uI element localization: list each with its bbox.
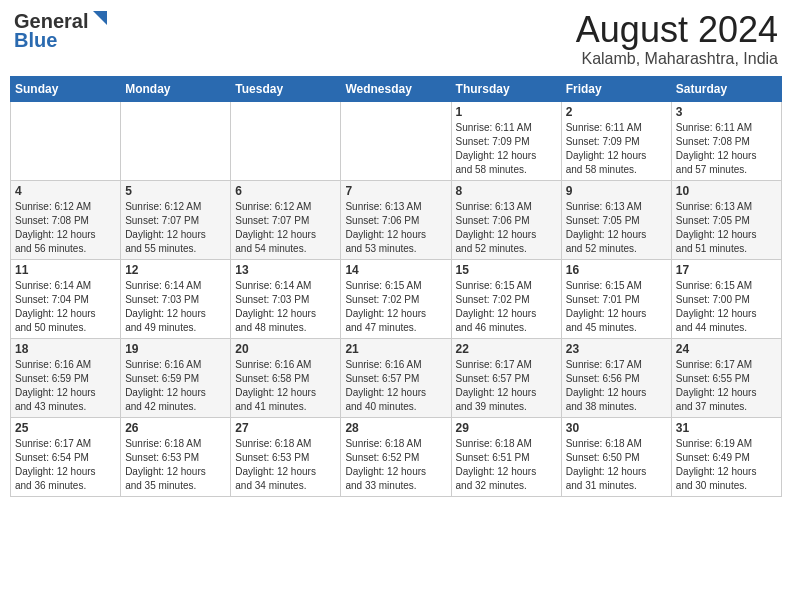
- day-info: Sunrise: 6:15 AM Sunset: 7:02 PM Dayligh…: [456, 279, 557, 335]
- calendar-day-cell: 30Sunrise: 6:18 AM Sunset: 6:50 PM Dayli…: [561, 417, 671, 496]
- calendar-day-cell: 25Sunrise: 6:17 AM Sunset: 6:54 PM Dayli…: [11, 417, 121, 496]
- day-number: 21: [345, 342, 446, 356]
- day-info: Sunrise: 6:16 AM Sunset: 6:59 PM Dayligh…: [15, 358, 116, 414]
- day-info: Sunrise: 6:16 AM Sunset: 6:57 PM Dayligh…: [345, 358, 446, 414]
- calendar-day-cell: 9Sunrise: 6:13 AM Sunset: 7:05 PM Daylig…: [561, 180, 671, 259]
- day-info: Sunrise: 6:13 AM Sunset: 7:05 PM Dayligh…: [566, 200, 667, 256]
- day-number: 9: [566, 184, 667, 198]
- day-info: Sunrise: 6:13 AM Sunset: 7:05 PM Dayligh…: [676, 200, 777, 256]
- day-info: Sunrise: 6:17 AM Sunset: 6:54 PM Dayligh…: [15, 437, 116, 493]
- calendar-day-cell: 6Sunrise: 6:12 AM Sunset: 7:07 PM Daylig…: [231, 180, 341, 259]
- calendar-day-cell: 5Sunrise: 6:12 AM Sunset: 7:07 PM Daylig…: [121, 180, 231, 259]
- day-number: 1: [456, 105, 557, 119]
- day-info: Sunrise: 6:17 AM Sunset: 6:55 PM Dayligh…: [676, 358, 777, 414]
- calendar-day-cell: 13Sunrise: 6:14 AM Sunset: 7:03 PM Dayli…: [231, 259, 341, 338]
- day-number: 27: [235, 421, 336, 435]
- day-number: 28: [345, 421, 446, 435]
- day-info: Sunrise: 6:15 AM Sunset: 7:01 PM Dayligh…: [566, 279, 667, 335]
- empty-day-cell: [121, 101, 231, 180]
- calendar-day-cell: 10Sunrise: 6:13 AM Sunset: 7:05 PM Dayli…: [671, 180, 781, 259]
- calendar-day-cell: 7Sunrise: 6:13 AM Sunset: 7:06 PM Daylig…: [341, 180, 451, 259]
- empty-day-cell: [11, 101, 121, 180]
- calendar-day-cell: 27Sunrise: 6:18 AM Sunset: 6:53 PM Dayli…: [231, 417, 341, 496]
- calendar-header-row: SundayMondayTuesdayWednesdayThursdayFrid…: [11, 76, 782, 101]
- calendar-day-cell: 28Sunrise: 6:18 AM Sunset: 6:52 PM Dayli…: [341, 417, 451, 496]
- logo-blue: Blue: [14, 29, 57, 52]
- calendar-week-row: 4Sunrise: 6:12 AM Sunset: 7:08 PM Daylig…: [11, 180, 782, 259]
- calendar-day-cell: 8Sunrise: 6:13 AM Sunset: 7:06 PM Daylig…: [451, 180, 561, 259]
- calendar-day-cell: 18Sunrise: 6:16 AM Sunset: 6:59 PM Dayli…: [11, 338, 121, 417]
- calendar-day-cell: 22Sunrise: 6:17 AM Sunset: 6:57 PM Dayli…: [451, 338, 561, 417]
- month-year-title: August 2024: [576, 10, 778, 50]
- day-info: Sunrise: 6:15 AM Sunset: 7:00 PM Dayligh…: [676, 279, 777, 335]
- day-header-sunday: Sunday: [11, 76, 121, 101]
- calendar-day-cell: 19Sunrise: 6:16 AM Sunset: 6:59 PM Dayli…: [121, 338, 231, 417]
- calendar-day-cell: 17Sunrise: 6:15 AM Sunset: 7:00 PM Dayli…: [671, 259, 781, 338]
- logo: General Blue: [14, 10, 107, 52]
- day-number: 24: [676, 342, 777, 356]
- day-info: Sunrise: 6:13 AM Sunset: 7:06 PM Dayligh…: [345, 200, 446, 256]
- day-info: Sunrise: 6:13 AM Sunset: 7:06 PM Dayligh…: [456, 200, 557, 256]
- day-header-wednesday: Wednesday: [341, 76, 451, 101]
- day-number: 11: [15, 263, 116, 277]
- day-info: Sunrise: 6:18 AM Sunset: 6:53 PM Dayligh…: [125, 437, 226, 493]
- day-info: Sunrise: 6:16 AM Sunset: 6:58 PM Dayligh…: [235, 358, 336, 414]
- day-info: Sunrise: 6:15 AM Sunset: 7:02 PM Dayligh…: [345, 279, 446, 335]
- calendar-day-cell: 15Sunrise: 6:15 AM Sunset: 7:02 PM Dayli…: [451, 259, 561, 338]
- day-number: 3: [676, 105, 777, 119]
- day-number: 14: [345, 263, 446, 277]
- location-subtitle: Kalamb, Maharashtra, India: [576, 50, 778, 68]
- day-info: Sunrise: 6:11 AM Sunset: 7:08 PM Dayligh…: [676, 121, 777, 177]
- logo-arrow-icon: [89, 11, 107, 29]
- day-info: Sunrise: 6:12 AM Sunset: 7:07 PM Dayligh…: [125, 200, 226, 256]
- day-number: 25: [15, 421, 116, 435]
- day-info: Sunrise: 6:12 AM Sunset: 7:08 PM Dayligh…: [15, 200, 116, 256]
- calendar-week-row: 1Sunrise: 6:11 AM Sunset: 7:09 PM Daylig…: [11, 101, 782, 180]
- day-number: 16: [566, 263, 667, 277]
- day-header-friday: Friday: [561, 76, 671, 101]
- day-info: Sunrise: 6:18 AM Sunset: 6:51 PM Dayligh…: [456, 437, 557, 493]
- day-number: 31: [676, 421, 777, 435]
- day-header-tuesday: Tuesday: [231, 76, 341, 101]
- empty-day-cell: [231, 101, 341, 180]
- calendar-day-cell: 23Sunrise: 6:17 AM Sunset: 6:56 PM Dayli…: [561, 338, 671, 417]
- calendar-day-cell: 24Sunrise: 6:17 AM Sunset: 6:55 PM Dayli…: [671, 338, 781, 417]
- day-info: Sunrise: 6:18 AM Sunset: 6:50 PM Dayligh…: [566, 437, 667, 493]
- calendar-day-cell: 26Sunrise: 6:18 AM Sunset: 6:53 PM Dayli…: [121, 417, 231, 496]
- day-header-monday: Monday: [121, 76, 231, 101]
- calendar-day-cell: 21Sunrise: 6:16 AM Sunset: 6:57 PM Dayli…: [341, 338, 451, 417]
- svg-marker-0: [93, 11, 107, 25]
- calendar-day-cell: 1Sunrise: 6:11 AM Sunset: 7:09 PM Daylig…: [451, 101, 561, 180]
- day-info: Sunrise: 6:14 AM Sunset: 7:03 PM Dayligh…: [125, 279, 226, 335]
- calendar-day-cell: 3Sunrise: 6:11 AM Sunset: 7:08 PM Daylig…: [671, 101, 781, 180]
- calendar-day-cell: 31Sunrise: 6:19 AM Sunset: 6:49 PM Dayli…: [671, 417, 781, 496]
- day-number: 5: [125, 184, 226, 198]
- day-number: 8: [456, 184, 557, 198]
- day-number: 17: [676, 263, 777, 277]
- day-number: 30: [566, 421, 667, 435]
- calendar-week-row: 25Sunrise: 6:17 AM Sunset: 6:54 PM Dayli…: [11, 417, 782, 496]
- day-header-saturday: Saturday: [671, 76, 781, 101]
- day-number: 7: [345, 184, 446, 198]
- day-info: Sunrise: 6:17 AM Sunset: 6:56 PM Dayligh…: [566, 358, 667, 414]
- day-number: 22: [456, 342, 557, 356]
- calendar-table: SundayMondayTuesdayWednesdayThursdayFrid…: [10, 76, 782, 497]
- day-number: 20: [235, 342, 336, 356]
- empty-day-cell: [341, 101, 451, 180]
- day-info: Sunrise: 6:14 AM Sunset: 7:04 PM Dayligh…: [15, 279, 116, 335]
- day-info: Sunrise: 6:12 AM Sunset: 7:07 PM Dayligh…: [235, 200, 336, 256]
- calendar-day-cell: 14Sunrise: 6:15 AM Sunset: 7:02 PM Dayli…: [341, 259, 451, 338]
- day-info: Sunrise: 6:19 AM Sunset: 6:49 PM Dayligh…: [676, 437, 777, 493]
- day-number: 13: [235, 263, 336, 277]
- calendar-day-cell: 20Sunrise: 6:16 AM Sunset: 6:58 PM Dayli…: [231, 338, 341, 417]
- day-number: 4: [15, 184, 116, 198]
- day-info: Sunrise: 6:18 AM Sunset: 6:52 PM Dayligh…: [345, 437, 446, 493]
- day-number: 23: [566, 342, 667, 356]
- calendar-day-cell: 29Sunrise: 6:18 AM Sunset: 6:51 PM Dayli…: [451, 417, 561, 496]
- day-info: Sunrise: 6:11 AM Sunset: 7:09 PM Dayligh…: [456, 121, 557, 177]
- title-block: August 2024 Kalamb, Maharashtra, India: [576, 10, 778, 68]
- day-info: Sunrise: 6:14 AM Sunset: 7:03 PM Dayligh…: [235, 279, 336, 335]
- calendar-day-cell: 11Sunrise: 6:14 AM Sunset: 7:04 PM Dayli…: [11, 259, 121, 338]
- day-info: Sunrise: 6:17 AM Sunset: 6:57 PM Dayligh…: [456, 358, 557, 414]
- day-number: 19: [125, 342, 226, 356]
